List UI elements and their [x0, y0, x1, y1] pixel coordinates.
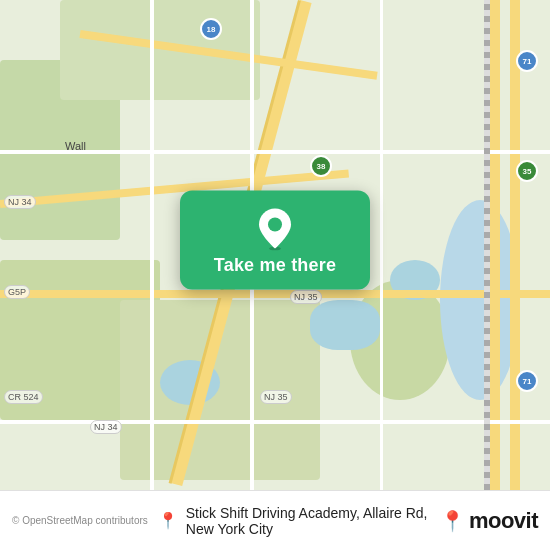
white-road-h2 — [0, 420, 550, 424]
label-nj35-mid: NJ 35 — [290, 290, 322, 304]
label-nj35-low: NJ 35 — [260, 390, 292, 404]
badge-38: 38 — [310, 155, 332, 177]
copyright-text: © OpenStreetMap contributors — [12, 515, 148, 526]
town-label-wall: Wall — [65, 140, 86, 152]
park-area-2 — [60, 0, 260, 100]
label-g5p: G5P — [4, 285, 30, 299]
location-pin-emoji: 📍 — [158, 511, 178, 530]
route-71b — [510, 0, 520, 490]
cta-button[interactable]: Take me there — [180, 191, 370, 290]
badge-71-bottom: 71 — [516, 370, 538, 392]
white-road-v3 — [380, 0, 383, 490]
moovit-brand-text: moovit — [469, 508, 538, 534]
water-body-1 — [310, 300, 380, 350]
location-pin-icon — [255, 207, 295, 247]
bottom-bar: © OpenStreetMap contributors 📍 Stick Shi… — [0, 490, 550, 550]
route-71 — [490, 0, 500, 490]
label-nj34-lower: NJ 34 — [90, 420, 122, 434]
moovit-pin-icon: 📍 — [440, 509, 465, 533]
badge-18: 18 — [200, 18, 222, 40]
location-info: 📍 Stick Shift Driving Academy, Allaire R… — [158, 505, 430, 537]
badge-71-top: 71 — [516, 50, 538, 72]
label-nj34: NJ 34 — [4, 195, 36, 209]
label-524: CR 524 — [4, 390, 43, 404]
cta-text: Take me there — [204, 255, 346, 276]
badge-35-right: 35 — [516, 160, 538, 182]
ocean-area — [440, 200, 520, 400]
railway-line — [484, 0, 490, 490]
route-524 — [0, 290, 550, 298]
white-road-v1 — [150, 0, 154, 490]
location-label: Stick Shift Driving Academy, Allaire Rd,… — [186, 505, 430, 537]
svg-point-1 — [268, 218, 282, 232]
moovit-logo: 📍 moovit — [440, 508, 538, 534]
map-view: 18 71 35 71 NJ 34 G5P CR 524 NJ 35 NJ 35… — [0, 0, 550, 490]
